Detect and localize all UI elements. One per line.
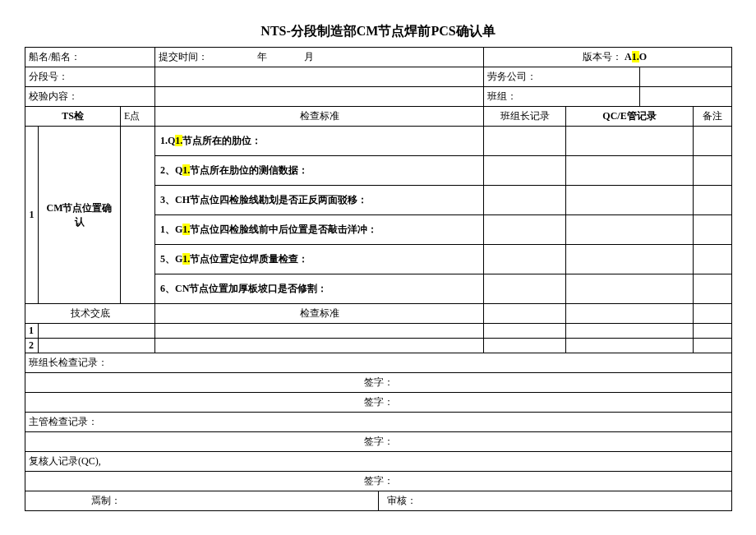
col-qc-record: QC/E管记录 — [566, 107, 694, 127]
sign-label-1: 签字： — [364, 376, 394, 388]
month-label: 月 — [304, 51, 314, 62]
tech-row-1-name[interactable] — [39, 324, 155, 339]
criteria-3: 3、CH节点位四检脸线勘划是否正反两面驳移： — [155, 186, 484, 215]
remark-6[interactable] — [694, 274, 732, 304]
criteria-4: 1、G1.节点位四检脸线前中后位置是否敲击洋冲： — [155, 215, 484, 245]
tech-row-2-qc[interactable] — [566, 339, 694, 353]
tech-row-2-idx: 2 — [25, 339, 39, 353]
header-table: 船名/船名： 提交时间： 年 月 版本号： A1.O 分段号： 劳务公司： — [25, 47, 732, 353]
labor-company-label: 劳务公司： — [484, 67, 640, 87]
team-rec-4[interactable] — [484, 215, 566, 245]
team-rec-2[interactable] — [484, 156, 566, 186]
remark-4[interactable] — [694, 215, 732, 245]
sign-3[interactable]: 签字： — [25, 432, 732, 452]
sign-4[interactable]: 签字： — [25, 472, 732, 491]
team-value[interactable] — [640, 87, 732, 107]
team-rec-5[interactable] — [484, 245, 566, 274]
tech-criteria-label: 检查标准 — [155, 304, 484, 324]
remark-1[interactable] — [694, 127, 732, 156]
sign-1[interactable]: 签字： — [25, 373, 732, 393]
ship-name-label: 船名/船名： — [25, 48, 155, 67]
supervisor-record-label: 主管检查记录： — [25, 413, 732, 432]
team-rec-3[interactable] — [484, 186, 566, 215]
submit-time-label: 提交时间： — [159, 51, 208, 62]
form-title: NTS-分段制造部CM节点焊前PCS确认单 — [25, 16, 731, 47]
criteria-1: 1.Q1.节点所在的肋位： — [155, 127, 484, 156]
sign-label-4: 签字： — [364, 475, 394, 487]
version-mid: 1. — [632, 51, 639, 62]
col-ts: TS检 — [25, 107, 121, 127]
qc-rec-1[interactable] — [566, 127, 694, 156]
col-criteria: 检查标准 — [155, 107, 484, 127]
sign-label-2: 签字： — [364, 396, 394, 408]
tech-row-2-remark[interactable] — [694, 339, 732, 353]
sign-label-3: 签字： — [364, 436, 394, 447]
tech-row-2-team[interactable] — [484, 339, 566, 353]
qc-rec-4[interactable] — [566, 215, 694, 245]
submit-time-cell: 提交时间： 年 月 — [155, 48, 484, 67]
criteria-2: 2、Q1.节点所在肋位的测信数据： — [155, 156, 484, 186]
main-name: CM节点位置确认 — [39, 127, 121, 304]
epoint-cell[interactable] — [121, 127, 155, 304]
sign-2[interactable]: 签字： — [25, 393, 732, 413]
tech-row-1-remark[interactable] — [694, 324, 732, 339]
criteria-5: 5、G1.节点位置定位焊质量检查： — [155, 245, 484, 274]
version-suffix: O — [639, 51, 647, 62]
inspect-content-value[interactable] — [155, 87, 484, 107]
criteria-6: 6、CN节点位置加厚板坡口是否修割： — [155, 274, 484, 304]
tech-qc-rec[interactable] — [566, 304, 694, 324]
remark-3[interactable] — [694, 186, 732, 215]
footer-table: 班组长检查记录： 签字： 签字： 主管检查记录： 签字： 复核人记录(QC), … — [25, 353, 732, 511]
prepared-by: 焉制： — [25, 491, 379, 511]
tech-row-1-idx: 1 — [25, 324, 39, 339]
tech-remark[interactable] — [694, 304, 732, 324]
qc-reviewer-record-label: 复核人记录(QC), — [25, 452, 732, 472]
reviewed-by: 审核： — [379, 491, 732, 511]
labor-company-value[interactable] — [640, 67, 732, 87]
team-leader-record-label: 班组长检查记录： — [25, 353, 732, 373]
tech-disclosure-label: 技术交底 — [25, 304, 155, 324]
remark-2[interactable] — [694, 156, 732, 186]
team-rec-1[interactable] — [484, 127, 566, 156]
version-prefix: A — [625, 51, 632, 62]
qc-rec-6[interactable] — [566, 274, 694, 304]
col-remark: 备注 — [694, 107, 732, 127]
qc-rec-2[interactable] — [566, 156, 694, 186]
tech-row-2-name[interactable] — [39, 339, 155, 353]
inspect-content-label: 校验内容： — [25, 87, 155, 107]
tech-row-1-criteria[interactable] — [155, 324, 484, 339]
tech-row-1-team[interactable] — [484, 324, 566, 339]
main-index: 1 — [25, 127, 39, 304]
tech-row-1-qc[interactable] — [566, 324, 694, 339]
tech-team-rec[interactable] — [484, 304, 566, 324]
team-rec-6[interactable] — [484, 274, 566, 304]
section-no-value[interactable] — [155, 67, 484, 87]
version-cell: 版本号： A1.O — [484, 48, 732, 67]
col-team-record: 班组长记录 — [484, 107, 566, 127]
team-label: 班组： — [484, 87, 640, 107]
version-label: 版本号： — [583, 51, 622, 62]
tech-row-2-criteria[interactable] — [155, 339, 484, 353]
qc-rec-3[interactable] — [566, 186, 694, 215]
col-epoint: E点 — [121, 107, 155, 127]
year-label: 年 — [257, 51, 267, 62]
section-no-label: 分段号： — [25, 67, 155, 87]
remark-5[interactable] — [694, 245, 732, 274]
qc-rec-5[interactable] — [566, 245, 694, 274]
